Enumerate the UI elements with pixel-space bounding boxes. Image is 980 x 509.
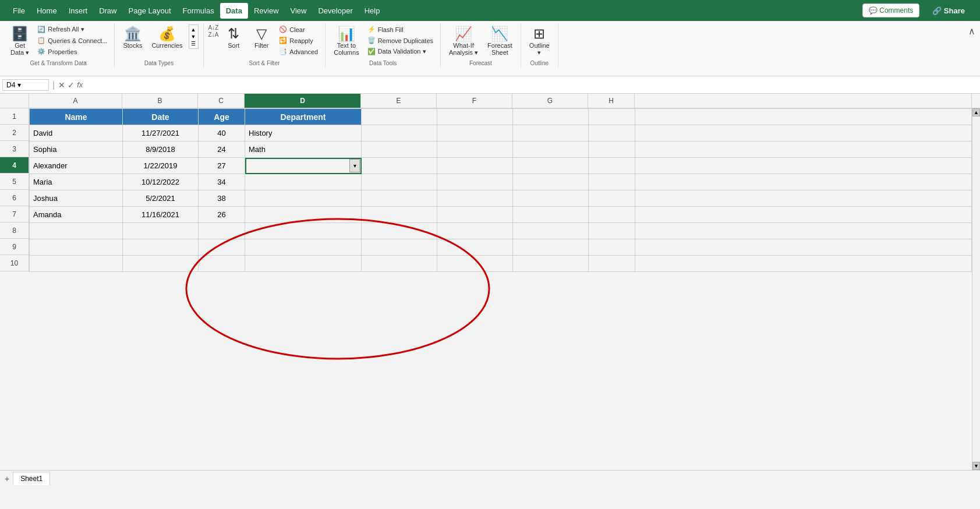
cell-reference-box[interactable]: D4 ▾ <box>2 79 49 91</box>
cell-c10[interactable] <box>199 256 245 272</box>
forecast-sheet-button[interactable]: 📉 ForecastSheet <box>484 24 516 58</box>
cell-extra-4[interactable] <box>635 158 972 174</box>
cell-g4[interactable] <box>513 158 589 174</box>
cell-a9[interactable] <box>30 239 123 256</box>
cell-e6[interactable] <box>362 190 437 207</box>
cell-extra-8[interactable] <box>635 223 972 239</box>
cell-d10[interactable] <box>245 256 362 272</box>
cell-extra-7[interactable] <box>635 207 972 223</box>
cell-b4[interactable]: 1/22/2019 <box>123 158 199 174</box>
cell-d3[interactable]: Math <box>245 142 362 158</box>
cell-a5[interactable]: Maria <box>30 174 123 190</box>
cell-h3[interactable] <box>589 142 635 158</box>
cell-b9[interactable] <box>123 239 199 256</box>
menu-help[interactable]: Help <box>359 3 386 19</box>
cell-d6[interactable] <box>245 190 362 207</box>
data-type-expand-up[interactable]: ▲ <box>190 26 197 33</box>
cell-b5[interactable]: 10/12/2022 <box>123 174 199 190</box>
cell-g1[interactable] <box>513 109 589 125</box>
reapply-button[interactable]: 🔁 Reapply <box>277 36 320 45</box>
cell-e2[interactable] <box>362 125 437 142</box>
scroll-down-arrow[interactable]: ▼ <box>972 462 980 470</box>
menu-file[interactable]: File <box>7 3 31 19</box>
cancel-formula-icon[interactable]: ✕ <box>58 80 65 90</box>
cell-e9[interactable] <box>362 239 437 256</box>
cell-c5[interactable]: 34 <box>199 174 245 190</box>
cell-e1[interactable] <box>362 109 437 125</box>
text-to-columns-button[interactable]: 📊 Text toColumns <box>330 24 362 58</box>
cell-c4[interactable]: 27 <box>199 158 245 174</box>
menu-view[interactable]: View <box>285 3 313 19</box>
cell-b7[interactable]: 11/16/2021 <box>123 207 199 223</box>
sort-button[interactable]: ⇅ Sort <box>221 24 246 51</box>
outline-button[interactable]: ⊞ Outline▾ <box>526 24 553 59</box>
cell-h6[interactable] <box>589 190 635 207</box>
cell-e5[interactable] <box>362 174 437 190</box>
cell-f10[interactable] <box>437 256 513 272</box>
filter-button[interactable]: ▽ Filter <box>249 24 274 51</box>
cell-d7[interactable] <box>245 207 362 223</box>
cell-e4[interactable] <box>362 158 437 174</box>
remove-duplicates-button[interactable]: 🗑️ Remove Duplicates <box>365 36 436 45</box>
menu-review[interactable]: Review <box>248 3 285 19</box>
row-header-4[interactable]: 4 <box>0 157 29 174</box>
row-header-8[interactable]: 8 <box>0 222 29 239</box>
row-header-5[interactable]: 5 <box>0 174 29 190</box>
header-date[interactable]: Date <box>123 109 199 125</box>
data-type-expand-down[interactable]: ▼ <box>190 33 197 40</box>
cell-ref-dropdown-icon[interactable]: ▾ <box>17 81 21 89</box>
cell-c3[interactable]: 24 <box>199 142 245 158</box>
data-type-menu[interactable]: ☰ <box>190 40 197 47</box>
advanced-button[interactable]: 📑 Advanced <box>277 47 320 56</box>
cell-g7[interactable] <box>513 207 589 223</box>
queries-connect-button[interactable]: 📋 Queries & Connect... <box>35 36 109 45</box>
cell-c9[interactable] <box>199 239 245 256</box>
menu-page-layout[interactable]: Page Layout <box>123 3 177 19</box>
sort-za-small[interactable]: Z↓A <box>208 31 219 38</box>
cell-extra-10[interactable] <box>635 256 972 272</box>
ribbon-collapse-icon[interactable]: ∧ <box>968 26 975 37</box>
flash-fill-button[interactable]: ⚡ Flash Fill <box>365 24 436 34</box>
col-header-d[interactable]: D <box>245 94 361 108</box>
row-header-2[interactable]: 2 <box>0 125 29 141</box>
menu-home[interactable]: Home <box>31 3 63 19</box>
stocks-button[interactable]: 🏛️ Stocks <box>119 24 146 51</box>
cell-a3[interactable]: Sophia <box>30 142 123 158</box>
cell-e10[interactable] <box>362 256 437 272</box>
cell-a4[interactable]: Alexander <box>30 158 123 174</box>
cell-e3[interactable] <box>362 142 437 158</box>
cell-h9[interactable] <box>589 239 635 256</box>
cell-extra-5[interactable] <box>635 174 972 190</box>
cell-f1[interactable] <box>437 109 513 125</box>
header-age[interactable]: Age <box>199 109 245 125</box>
dropdown-arrow[interactable]: ▾ <box>349 159 360 172</box>
add-sheet-button[interactable]: + <box>5 474 9 483</box>
properties-button[interactable]: ⚙️ Properties <box>35 47 109 56</box>
cell-a8[interactable] <box>30 223 123 239</box>
insert-function-icon[interactable]: fx <box>77 80 83 90</box>
what-if-button[interactable]: 📈 What-IfAnalysis ▾ <box>445 24 482 59</box>
cell-d2[interactable]: History <box>245 125 362 142</box>
get-data-button[interactable]: 🗄️ GetData ▾ <box>7 24 33 59</box>
cell-d8[interactable] <box>245 223 362 239</box>
menu-draw[interactable]: Draw <box>93 3 122 19</box>
cell-f3[interactable] <box>437 142 513 158</box>
cell-extra-9[interactable] <box>635 239 972 256</box>
col-header-h[interactable]: H <box>588 94 635 108</box>
cell-f5[interactable] <box>437 174 513 190</box>
share-button[interactable]: 🔗 Share <box>924 3 973 18</box>
refresh-all-button[interactable]: 🔄 Refresh All ▾ <box>35 24 109 34</box>
row-header-3[interactable]: 3 <box>0 141 29 157</box>
cell-g10[interactable] <box>513 256 589 272</box>
cell-h4[interactable] <box>589 158 635 174</box>
scroll-track[interactable] <box>972 116 980 462</box>
cell-g8[interactable] <box>513 223 589 239</box>
col-header-b[interactable]: B <box>122 94 198 108</box>
cell-a6[interactable]: Joshua <box>30 190 123 207</box>
cell-b2[interactable]: 11/27/2021 <box>123 125 199 142</box>
col-header-f[interactable]: F <box>437 94 512 108</box>
cell-extra-2[interactable] <box>635 125 972 142</box>
cell-h1[interactable] <box>589 109 635 125</box>
cell-b3[interactable]: 8/9/2018 <box>123 142 199 158</box>
menu-insert[interactable]: Insert <box>63 3 94 19</box>
